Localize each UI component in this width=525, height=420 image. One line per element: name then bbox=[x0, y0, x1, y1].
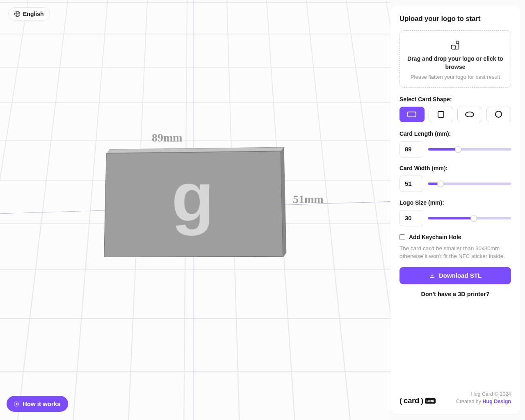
globe-icon bbox=[14, 11, 20, 17]
logo-size-slider[interactable] bbox=[428, 215, 511, 222]
hug-design-link[interactable]: Hug Design bbox=[483, 399, 511, 404]
shape-option-rectangle[interactable] bbox=[399, 107, 425, 122]
copyright: Hug Card © 2024 bbox=[456, 390, 511, 398]
logo-size-label: Logo Size (mm): bbox=[399, 199, 511, 206]
footer: (card) Beta Hug Card © 2024 Created by H… bbox=[399, 390, 511, 405]
keychain-checkbox[interactable] bbox=[399, 234, 405, 240]
logo-preview: g bbox=[171, 176, 214, 218]
how-it-works-button[interactable]: How it works bbox=[7, 396, 68, 412]
rectangle-icon bbox=[407, 112, 416, 117]
download-icon bbox=[429, 272, 435, 278]
card-face: g bbox=[104, 151, 283, 257]
no-printer-link[interactable]: Don't have a 3D printer? bbox=[399, 291, 511, 297]
card-width-slider[interactable] bbox=[428, 180, 511, 187]
language-label: English bbox=[23, 11, 44, 17]
card-length-label: Card Length (mm): bbox=[399, 130, 511, 137]
card-mockup[interactable]: g bbox=[104, 151, 283, 257]
shape-options bbox=[399, 107, 511, 122]
panel-title: Upload your logo to start bbox=[399, 15, 511, 23]
circle-icon bbox=[495, 111, 502, 118]
shape-option-square[interactable] bbox=[429, 107, 454, 122]
beta-badge: Beta bbox=[425, 398, 436, 404]
language-selector[interactable]: English bbox=[8, 7, 50, 21]
card-width-label: Card Width (mm): bbox=[399, 165, 511, 171]
logo-dropzone[interactable]: Drag and drop your logo or click to brow… bbox=[399, 30, 511, 88]
shape-option-circle[interactable] bbox=[486, 107, 511, 122]
oval-icon bbox=[465, 112, 474, 117]
how-it-works-label: How it works bbox=[23, 400, 61, 407]
shape-option-oval[interactable] bbox=[457, 107, 482, 122]
card-length-input[interactable] bbox=[399, 141, 423, 158]
size-hint: The card can't be smaller than 30x30mm o… bbox=[399, 244, 511, 260]
settings-panel: Upload your logo to start Drag and drop … bbox=[390, 6, 520, 414]
logo-size-input[interactable] bbox=[399, 210, 423, 226]
play-icon bbox=[14, 402, 19, 406]
download-stl-button[interactable]: Download STL bbox=[399, 267, 511, 284]
shape-section-label: Select Card Shape: bbox=[399, 96, 511, 103]
keychain-label[interactable]: Add Keychain Hole bbox=[409, 234, 461, 240]
dimension-width-label: 89mm bbox=[152, 131, 183, 144]
dropzone-text-main: Drag and drop your logo or click to brow… bbox=[406, 55, 505, 71]
card-length-slider[interactable] bbox=[428, 146, 511, 153]
card-width-input[interactable] bbox=[399, 176, 423, 192]
created-by: Created by Hug Design bbox=[456, 398, 511, 405]
dropzone-text-hint: Please flatten your logo for best result bbox=[406, 74, 505, 80]
square-icon bbox=[438, 111, 444, 118]
brand-logo: (card) Beta bbox=[399, 396, 436, 405]
canvas-3d-view[interactable]: 89mm 51mm g bbox=[0, 0, 390, 420]
download-label: Download STL bbox=[439, 272, 482, 279]
file-upload-icon bbox=[450, 40, 461, 50]
dimension-height-label: 51mm bbox=[293, 193, 324, 206]
svg-rect-0 bbox=[451, 45, 455, 49]
